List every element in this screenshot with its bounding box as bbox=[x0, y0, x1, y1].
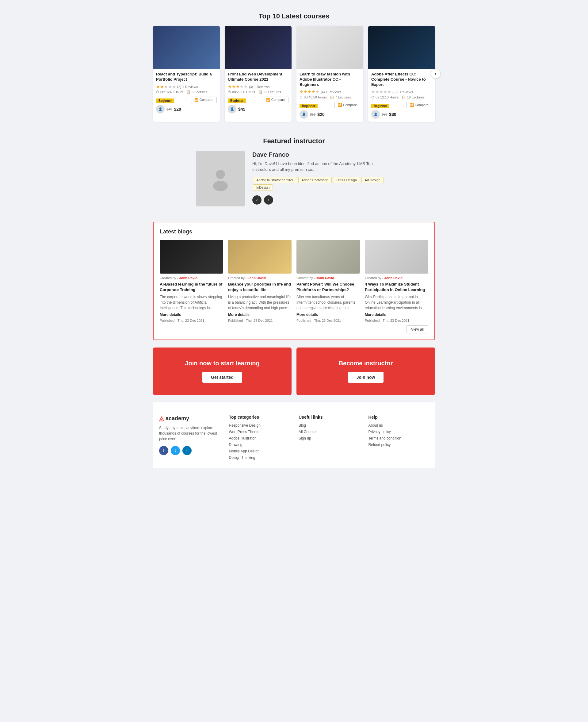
instructor-avatar: 👤 bbox=[228, 105, 236, 114]
compare-button[interactable]: 🔁 Compare bbox=[263, 97, 289, 103]
course-level-badge: Beginner bbox=[228, 99, 246, 103]
instructor-name: Dave Franco bbox=[252, 151, 392, 158]
blog-image bbox=[365, 240, 428, 273]
instructor-avatar: 👤 bbox=[299, 110, 308, 119]
course-title: Front End Web Development Ultimate Cours… bbox=[228, 72, 289, 82]
footer-help-link[interactable]: About us bbox=[369, 423, 429, 428]
logo-icon: ◬ bbox=[159, 415, 164, 422]
price-new: $30 bbox=[389, 112, 396, 117]
course-hours: ⏱ 02:12:13 Hours bbox=[371, 96, 399, 99]
footer-help-link[interactable]: Privacy policy bbox=[369, 430, 429, 434]
footer-useful-links-title: Useful links bbox=[299, 415, 359, 419]
blog-author: Created by - John David bbox=[296, 276, 360, 280]
view-all-button[interactable]: View all bbox=[406, 325, 428, 333]
instructor-section-title: Featured instructor bbox=[153, 137, 435, 145]
instructor-next-button[interactable]: › bbox=[264, 195, 273, 205]
footer-categories-col: Top categories Responsive DesignWordPres… bbox=[229, 415, 290, 462]
course-card: Front End Web Development Ultimate Cours… bbox=[225, 26, 292, 122]
footer-tagline: Study any topic, anytime. explore thousa… bbox=[159, 425, 220, 442]
courses-grid: React and Typescript: Build a Portfolio … bbox=[153, 26, 435, 122]
instructor-tag[interactable]: Ad Design bbox=[361, 177, 384, 183]
footer-help-link[interactable]: Refund policy bbox=[369, 442, 429, 447]
price-area: 👤 $30 $30 bbox=[371, 110, 432, 119]
footer-help-list: About usPrivacy policyTerms and conditio… bbox=[369, 423, 429, 447]
blog-excerpt: Living a productive and meaningful life … bbox=[228, 294, 292, 311]
blogs-section: Latest blogs Created by - John David AI-… bbox=[153, 222, 435, 340]
get-started-button[interactable]: Get started bbox=[202, 372, 242, 383]
price-old: $30 bbox=[382, 112, 387, 116]
footer-grid: ◬ academy Study any topic, anytime. expl… bbox=[159, 415, 429, 462]
carousel-next-button[interactable]: › bbox=[431, 69, 441, 79]
course-lectures: 📋 8 Lectures bbox=[186, 90, 207, 94]
instructor-card: Dave Franco Hi, I'm Dave! I have been id… bbox=[196, 151, 392, 206]
price-new: $20 bbox=[317, 112, 324, 117]
courses-section: Top 10 Latest courses React and Typescri… bbox=[153, 6, 435, 128]
compare-button[interactable]: 🔁 Compare bbox=[191, 97, 217, 103]
join-now-button[interactable]: Join now bbox=[348, 372, 384, 383]
course-title: Learn to draw fashion with Adobe Illustr… bbox=[299, 72, 360, 87]
footer-category-link[interactable]: Adobe Illustrator bbox=[229, 436, 290, 440]
logo-text: academy bbox=[166, 415, 189, 422]
footer-help-title: Help bbox=[369, 415, 429, 419]
footer-useful-links-list: BlogAll CoursesSign up bbox=[299, 423, 359, 440]
course-card: Learn to draw fashion with Adobe Illustr… bbox=[296, 26, 363, 122]
instructor-bio: Hi, I'm Dave! I have been identified as … bbox=[252, 161, 392, 173]
footer-category-link[interactable]: Design Thinking bbox=[229, 455, 290, 460]
instructor-avatar: 👤 bbox=[156, 105, 165, 114]
instructor-info: Dave Franco Hi, I'm Dave! I have been id… bbox=[252, 151, 392, 205]
course-level-badge: Beginner bbox=[156, 99, 174, 103]
price-new: $20 bbox=[174, 107, 181, 112]
instructor-tag[interactable]: Adobe Photoshop bbox=[298, 177, 332, 183]
compare-button[interactable]: 🔁 Compare bbox=[406, 102, 432, 108]
footer-help-link[interactable]: Terms and condition bbox=[369, 436, 429, 440]
footer-category-link[interactable]: WordPress Theme bbox=[229, 430, 290, 434]
course-actions: Beginner 🔁 Compare bbox=[371, 102, 432, 108]
blog-more-details-link[interactable]: More details bbox=[296, 312, 318, 317]
footer-brand-col: ◬ academy Study any topic, anytime. expl… bbox=[159, 415, 220, 462]
price-area: 👤 $50 $20 bbox=[299, 110, 360, 119]
footer-category-link[interactable]: Mobile App Design bbox=[229, 449, 290, 453]
linkedin-icon[interactable]: in bbox=[183, 446, 192, 455]
blog-card: Created by - John David Parent Power: Wi… bbox=[296, 240, 360, 322]
instructor-tag[interactable]: InDesign bbox=[253, 184, 273, 190]
price-area: 👤 $40 $20 bbox=[156, 105, 217, 114]
footer-useful-link[interactable]: Blog bbox=[299, 423, 359, 428]
compare-button[interactable]: 🔁 Compare bbox=[334, 102, 360, 108]
course-hours: ⏱ 00:28:00 Hours bbox=[228, 90, 255, 94]
course-meta: ⏱ 00:28:00 Hours 📋 22 Lectures bbox=[228, 90, 289, 94]
footer-category-link[interactable]: Responsive Design bbox=[229, 423, 290, 428]
blog-excerpt: The corporate world is slowly stepping i… bbox=[160, 294, 223, 311]
facebook-icon[interactable]: f bbox=[159, 446, 168, 455]
course-level-badge: Beginner bbox=[299, 104, 318, 108]
footer-useful-link[interactable]: All Courses bbox=[299, 430, 359, 434]
blog-more-details-link[interactable]: More details bbox=[228, 312, 250, 317]
price-area: 👤 $45 bbox=[228, 105, 289, 114]
course-card: Adobe After Effects CC: Complete Course … bbox=[368, 26, 435, 122]
twitter-icon[interactable]: t bbox=[171, 446, 180, 455]
course-stars: ★★★★★ (0) 0 Reviews bbox=[371, 89, 432, 94]
cta-instructor-title: Become instructor bbox=[302, 360, 429, 367]
instructor-tag[interactable]: Adobe Illustrator cc 2021 bbox=[253, 177, 297, 183]
instructor-nav: ‹ › bbox=[252, 195, 392, 205]
blog-title: Balance your priorities in life and enjo… bbox=[228, 282, 292, 293]
course-lectures: 📋 22 Lectures bbox=[258, 90, 281, 94]
course-level-badge: Beginner bbox=[371, 104, 389, 108]
blog-image bbox=[228, 240, 292, 273]
footer-useful-link[interactable]: Sign up bbox=[299, 436, 359, 440]
blog-author: Created by - John David bbox=[160, 276, 223, 280]
instructor-prev-button[interactable]: ‹ bbox=[252, 195, 261, 205]
footer-categories-list: Responsive DesignWordPress ThemeAdobe Il… bbox=[229, 423, 290, 460]
blogs-grid: Created by - John David AI-Based learnin… bbox=[160, 240, 428, 322]
blog-title: AI-Based learning is the future of Corpo… bbox=[160, 282, 223, 293]
blog-more-details-link[interactable]: More details bbox=[365, 312, 386, 317]
footer-help-col: Help About usPrivacy policyTerms and con… bbox=[369, 415, 429, 462]
cta-instructor-card: Become instructor Join now bbox=[296, 348, 435, 395]
instructor-tag[interactable]: UI/UX Design bbox=[333, 177, 360, 183]
blog-more-details-link[interactable]: More details bbox=[160, 312, 181, 317]
blog-date: Published - Thu, 23 Dec 2021 bbox=[365, 319, 428, 322]
price-new: $45 bbox=[238, 107, 245, 112]
blog-date: Published - Thu, 23 Dec 2021 bbox=[228, 319, 292, 322]
footer: ◬ academy Study any topic, anytime. expl… bbox=[153, 403, 435, 468]
blog-date: Published - Thu, 23 Dec 2021 bbox=[296, 319, 360, 322]
footer-category-link[interactable]: Drawing bbox=[229, 442, 290, 447]
